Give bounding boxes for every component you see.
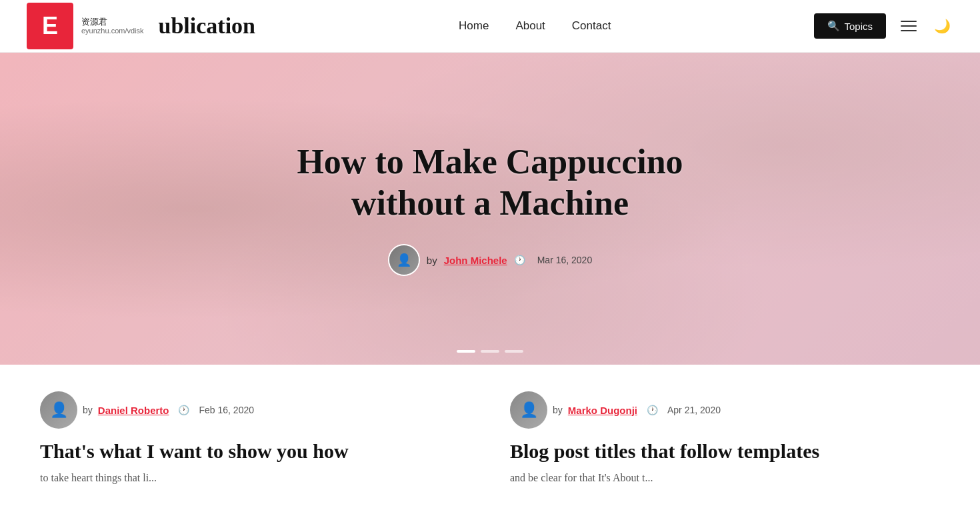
nav-contact[interactable]: Contact	[572, 19, 611, 33]
post-meta-1: 👤 by Daniel Roberto 🕐 Feb 16, 2020	[40, 391, 470, 429]
post-meta-2: 👤 by Marko Dugonji 🕐 Apr 21, 2020	[510, 391, 940, 429]
hero-title: How to Make Cappuccino without a Machine	[297, 141, 683, 225]
post-date-2: Apr 21, 2020	[667, 405, 721, 415]
post-by-label-1: by	[83, 405, 93, 415]
dark-mode-button[interactable]: 🌙	[931, 15, 953, 37]
topics-label: Topics	[844, 21, 873, 32]
logo-url: eyunzhu.com/vdisk	[81, 27, 144, 35]
logo-letter: E	[42, 12, 58, 40]
hero-meta: 👤 by John Michele 🕐 Mar 16, 2020	[297, 244, 683, 276]
post-title-1[interactable]: That's what I want to show you how	[40, 438, 470, 464]
hero-author-avatar: 👤	[388, 244, 420, 276]
avatar-image-1: 👤	[40, 391, 77, 429]
post-author-avatar-1: 👤	[40, 391, 77, 429]
post-author-link-1[interactable]: Daniel Roberto	[98, 405, 169, 416]
slide-indicators	[457, 350, 523, 353]
slide-dot-2[interactable]	[481, 350, 499, 353]
main-nav: Home About Contact	[459, 19, 611, 33]
header-right: 🔍 Topics 🌙	[814, 13, 953, 39]
nav-about[interactable]: About	[515, 19, 545, 33]
hero-date: Mar 16, 2020	[537, 255, 593, 265]
logo-text: 资源君 eyunzhu.com/vdisk	[81, 17, 144, 36]
post-date-icon-2: 🕐	[647, 405, 658, 415]
hamburger-button[interactable]	[897, 17, 921, 35]
post-by-label-2: by	[553, 405, 563, 415]
post-title-2[interactable]: Blog post titles that follow templates	[510, 438, 940, 464]
topics-button[interactable]: 🔍 Topics	[814, 13, 886, 39]
slide-dot-1[interactable]	[457, 350, 475, 353]
post-card-2: 👤 by Marko Dugonji 🕐 Apr 21, 2020 Blog p…	[510, 391, 940, 487]
hero-author-link[interactable]: John Michele	[444, 255, 507, 266]
slide-dot-3[interactable]	[505, 350, 523, 353]
post-excerpt-1: to take heart things that li...	[40, 469, 470, 487]
post-date-icon-1: 🕐	[178, 405, 189, 415]
site-header: E 资源君 eyunzhu.com/vdisk ublication Home …	[0, 0, 980, 53]
avatar-image: 👤	[389, 245, 419, 275]
post-author-link-2[interactable]: Marko Dugonji	[568, 405, 637, 416]
avatar-image-2: 👤	[510, 391, 547, 429]
search-icon: 🔍	[827, 20, 840, 32]
site-title: ublication	[159, 13, 255, 39]
hero-by-label: by	[427, 255, 437, 266]
clock-icon: 🕐	[514, 255, 525, 265]
post-author-avatar-2: 👤	[510, 391, 547, 429]
logo-box[interactable]: E	[27, 3, 73, 49]
moon-icon: 🌙	[934, 19, 951, 33]
hero-title-line1: How to Make Cappuccino	[297, 143, 683, 181]
logo-chinese: 资源君	[81, 17, 144, 27]
hamburger-line	[901, 21, 917, 22]
post-card-1: 👤 by Daniel Roberto 🕐 Feb 16, 2020 That'…	[40, 391, 470, 487]
post-date-1: Feb 16, 2020	[199, 405, 254, 415]
hero-content: How to Make Cappuccino without a Machine…	[283, 128, 696, 290]
hero-title-line2: without a Machine	[351, 184, 629, 222]
post-excerpt-2: and be clear for that It's About t...	[510, 469, 940, 487]
hamburger-line	[901, 25, 917, 27]
hero-section: How to Make Cappuccino without a Machine…	[0, 53, 980, 365]
header-left: E 资源君 eyunzhu.com/vdisk ublication	[27, 3, 255, 49]
nav-home[interactable]: Home	[459, 19, 489, 33]
posts-section: 👤 by Daniel Roberto 🕐 Feb 16, 2020 That'…	[0, 365, 980, 513]
hamburger-line	[901, 30, 917, 31]
